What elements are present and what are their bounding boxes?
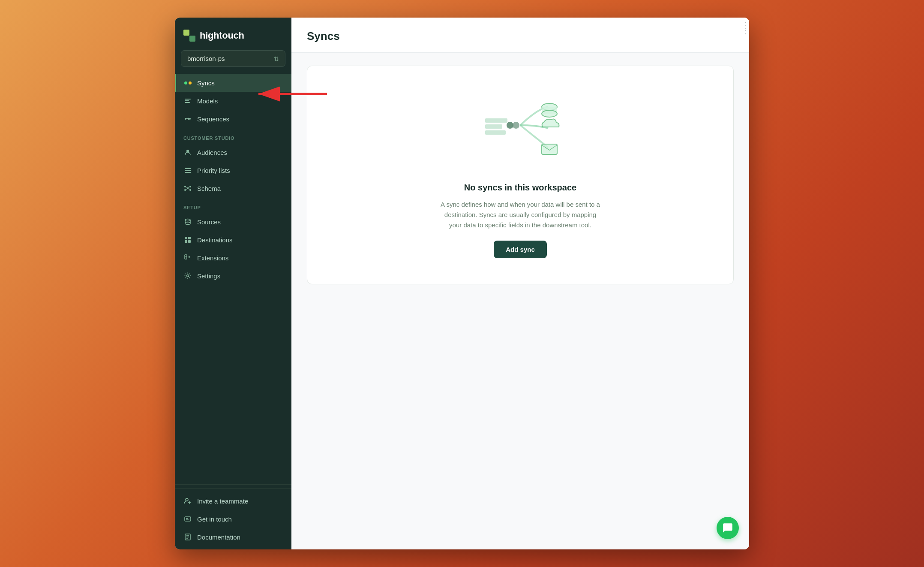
logo-text: hightouch	[200, 30, 244, 41]
audiences-icon	[183, 148, 192, 157]
sidebar-label-get-in-touch: Get in touch	[197, 516, 232, 523]
svg-line-19	[186, 189, 187, 190]
sidebar-item-get-in-touch[interactable]: Get in touch	[175, 510, 291, 528]
setup-header: SETUP	[175, 197, 291, 213]
sidebar-label-invite-teammate: Invite a teammate	[197, 498, 248, 505]
sidebar-label-sequences: Sequences	[197, 115, 229, 123]
sidebar-item-settings[interactable]: Settings	[175, 267, 291, 285]
svg-point-43	[513, 122, 519, 129]
svg-rect-10	[185, 170, 191, 171]
sidebar-item-priority-lists[interactable]: Priority lists	[175, 161, 291, 179]
sidebar-item-syncs[interactable]: Syncs	[175, 74, 291, 92]
svg-rect-23	[188, 237, 191, 239]
sidebar-item-destinations[interactable]: Destinations	[175, 231, 291, 249]
svg-rect-40	[485, 124, 502, 129]
settings-icon	[183, 271, 192, 280]
svg-point-16	[189, 189, 191, 191]
sidebar-label-schema: Schema	[197, 185, 221, 192]
sidebar-label-settings: Settings	[197, 272, 220, 280]
extensions-icon	[183, 253, 192, 262]
sidebar-bottom: Invite a teammate Get in touch	[175, 488, 291, 549]
sidebar-label-destinations: Destinations	[197, 236, 233, 244]
svg-line-20	[188, 189, 189, 190]
svg-point-3	[185, 118, 186, 120]
svg-rect-2	[185, 102, 190, 103]
sidebar-label-sources: Sources	[197, 218, 221, 226]
sequences-icon	[183, 115, 192, 123]
sidebar-label-documentation: Documentation	[197, 534, 240, 541]
app-window: hightouch bmorrison-ps ⇅ Syncs	[175, 18, 749, 549]
chat-button[interactable]	[717, 517, 739, 539]
sidebar-label-models: Models	[197, 97, 218, 105]
svg-rect-47	[542, 144, 557, 154]
logo-icon	[183, 30, 195, 42]
svg-rect-1	[185, 100, 189, 101]
window-resize-handle[interactable]: ⋮	[745, 22, 747, 35]
svg-point-15	[184, 189, 186, 191]
main-content: No syncs in this workspace A sync define…	[291, 53, 749, 549]
svg-rect-25	[188, 240, 191, 243]
workspace-name: bmorrison-ps	[187, 55, 225, 62]
svg-point-21	[185, 219, 190, 221]
sidebar-item-invite-teammate[interactable]: Invite a teammate	[175, 492, 291, 510]
sidebar-item-extensions[interactable]: Extensions	[175, 249, 291, 267]
svg-point-46	[542, 110, 557, 117]
sync-illustration	[477, 92, 563, 171]
sidebar-item-models[interactable]: Models	[175, 92, 291, 110]
svg-rect-39	[485, 118, 507, 123]
main-nav: Syncs Models	[175, 74, 291, 481]
sidebar-label-extensions: Extensions	[197, 254, 228, 262]
models-icon	[183, 97, 192, 105]
sidebar-item-schema[interactable]: Schema	[175, 179, 291, 197]
svg-rect-22	[185, 237, 187, 239]
logo-area: hightouch	[175, 18, 291, 50]
svg-rect-11	[185, 172, 191, 173]
svg-point-4	[189, 118, 191, 120]
schema-icon	[183, 184, 192, 193]
add-sync-button[interactable]: Add sync	[494, 241, 547, 258]
sidebar-item-audiences[interactable]: Audiences	[175, 143, 291, 161]
sidebar-label-syncs: Syncs	[197, 79, 215, 87]
invite-icon	[183, 497, 192, 505]
empty-state-title: No syncs in this workspace	[464, 183, 576, 193]
svg-point-13	[184, 186, 186, 187]
svg-rect-9	[185, 168, 191, 169]
sidebar-item-sequences[interactable]: Sequences	[175, 110, 291, 128]
sources-icon	[183, 217, 192, 226]
sidebar-item-documentation[interactable]: Documentation	[175, 528, 291, 546]
empty-state-description: A sync defines how and when your data wi…	[439, 199, 602, 230]
empty-state-card: No syncs in this workspace A sync define…	[307, 66, 734, 284]
svg-line-18	[188, 187, 189, 188]
svg-point-42	[507, 122, 513, 129]
svg-point-14	[189, 186, 191, 187]
page-title: Syncs	[307, 30, 734, 43]
svg-line-17	[186, 187, 187, 188]
get-in-touch-icon	[183, 515, 192, 523]
sidebar-divider	[175, 484, 291, 485]
svg-point-29	[186, 498, 188, 501]
docs-icon	[183, 533, 192, 541]
svg-point-8	[186, 150, 189, 152]
customer-studio-header: CUSTOMER STUDIO	[175, 128, 291, 143]
svg-rect-32	[185, 517, 191, 521]
main-header: Syncs	[291, 18, 749, 53]
sidebar-item-sources[interactable]: Sources	[175, 213, 291, 231]
sidebar: hightouch bmorrison-ps ⇅ Syncs	[175, 18, 291, 549]
sidebar-label-audiences: Audiences	[197, 149, 227, 156]
destinations-icon	[183, 235, 192, 244]
main-area: Syncs	[291, 18, 749, 549]
svg-rect-41	[485, 130, 506, 135]
workspace-chevron-icon: ⇅	[274, 55, 279, 62]
svg-rect-27	[185, 255, 187, 257]
sidebar-label-priority-lists: Priority lists	[197, 167, 230, 174]
syncs-icon	[183, 78, 192, 87]
svg-point-28	[187, 275, 189, 277]
priority-lists-icon	[183, 166, 192, 175]
workspace-selector[interactable]: bmorrison-ps ⇅	[181, 50, 285, 67]
svg-rect-0	[185, 99, 191, 100]
svg-rect-24	[185, 240, 187, 243]
